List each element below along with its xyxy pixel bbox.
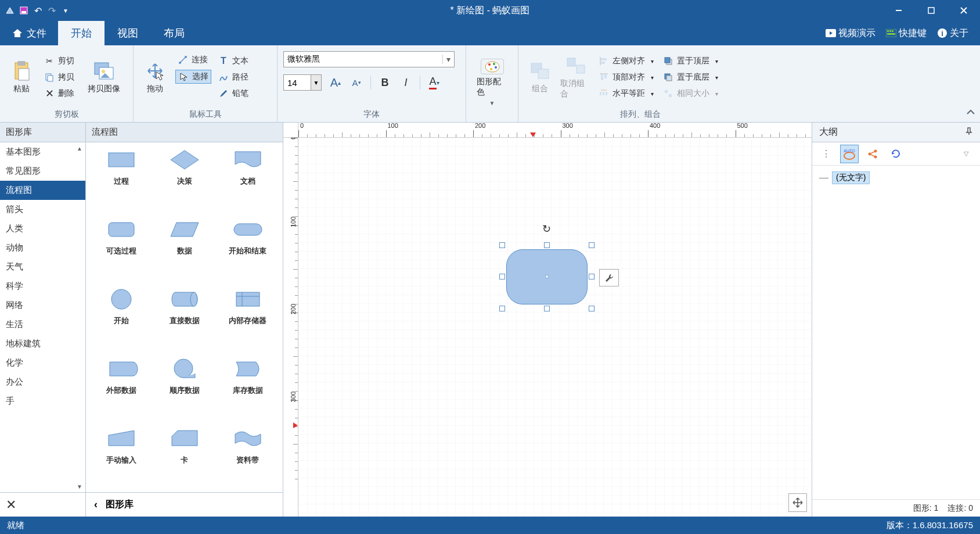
ruler-vertical[interactable]: 0100200300	[283, 138, 298, 517]
category-item[interactable]: 科学	[0, 277, 85, 296]
font-size-combo[interactable]: 14	[283, 74, 311, 91]
connect-button[interactable]: 连接	[175, 53, 211, 66]
resize-handle-tr[interactable]	[589, 242, 595, 248]
scroll-up-icon[interactable]: ▲	[75, 144, 84, 153]
selected-shape[interactable]: ↻	[506, 249, 588, 304]
category-item[interactable]: 天气	[0, 257, 85, 277]
shortcut-link[interactable]: 快捷键	[886, 27, 927, 40]
category-item[interactable]: 箭头	[0, 200, 85, 219]
category-item[interactable]: 办公	[0, 372, 85, 392]
delete-button[interactable]: ✕删除	[42, 87, 77, 100]
resize-handle-br[interactable]	[589, 306, 595, 311]
shape-item[interactable]: 卡	[155, 427, 214, 486]
same-size-button[interactable]: 相同大小▾	[661, 87, 720, 100]
category-item[interactable]: 常见图形	[0, 162, 85, 181]
outline-menu-button[interactable]: ⋮	[817, 145, 835, 163]
close-panel-button[interactable]: ✕	[6, 497, 16, 513]
category-list[interactable]: ▲ ▼ 基本图形常见图形流程图箭头人类动物天气科学网络生活地标建筑化学办公手	[0, 142, 85, 492]
shape-item[interactable]: 可选过程	[92, 218, 150, 277]
align-left-button[interactable]: 左侧对齐▾	[596, 55, 656, 67]
resize-handle-bm[interactable]	[544, 306, 550, 311]
outline-options-button[interactable]: ▽	[957, 145, 975, 163]
rotate-handle[interactable]: ↻	[542, 223, 551, 235]
undo-icon[interactable]: ↶	[33, 5, 43, 16]
category-item[interactable]: 化学	[0, 353, 85, 372]
tree-item-label[interactable]: (无文字)	[832, 171, 870, 184]
shape-item[interactable]: 内部存储器	[218, 288, 277, 347]
text-button[interactable]: T文本	[216, 55, 251, 67]
category-item[interactable]: 网络	[0, 296, 85, 315]
category-item[interactable]: 生活	[0, 315, 85, 334]
copy-image-button[interactable]: 拷贝图像	[81, 53, 127, 101]
ruler-horizontal[interactable]: 0100200300400500	[298, 123, 812, 138]
tree-collapse-icon[interactable]: —	[819, 173, 828, 183]
scroll-down-icon[interactable]: ▼	[75, 482, 84, 491]
category-item[interactable]: 人类	[0, 219, 85, 238]
distribute-h-button[interactable]: 水平等距▾	[596, 87, 656, 100]
shape-item[interactable]: 开始	[92, 288, 150, 347]
shapes-footer[interactable]: ‹ 图形库	[86, 492, 283, 517]
bold-button[interactable]: B	[378, 76, 392, 89]
shape-item[interactable]: 外部数据	[92, 357, 150, 417]
shape-color-button[interactable]: 图形配色 ▼	[477, 59, 508, 106]
resize-handle-bl[interactable]	[499, 306, 505, 311]
canvas-pan-button[interactable]	[788, 493, 807, 512]
shape-item[interactable]: 资料带	[218, 427, 277, 486]
resize-handle-tm[interactable]	[544, 242, 550, 248]
font-increase-button[interactable]: A▴	[329, 76, 343, 89]
close-button[interactable]	[947, 0, 980, 21]
font-color-button[interactable]: A ▾	[427, 76, 441, 89]
paste-button[interactable]: 粘贴	[6, 53, 37, 101]
shape-item[interactable]: 顺序数据	[155, 357, 214, 417]
shape-item[interactable]: 决策	[155, 148, 214, 207]
shape-item[interactable]: 数据	[155, 218, 214, 277]
resize-handle-mr[interactable]	[589, 274, 595, 279]
shape-item[interactable]: 文档	[218, 148, 277, 207]
pencil-button[interactable]: 铅笔	[216, 87, 251, 100]
canvas[interactable]: ↻	[298, 138, 812, 517]
shape-settings-button[interactable]	[599, 269, 619, 286]
video-demo-link[interactable]: 视频演示	[826, 27, 875, 40]
about-link[interactable]: i 关于	[937, 27, 968, 40]
save-icon[interactable]	[19, 5, 29, 16]
group-button[interactable]: 组合	[524, 53, 556, 101]
pin-icon[interactable]	[965, 127, 973, 138]
path-button[interactable]: 路径	[216, 71, 251, 84]
shape-item[interactable]: 过程	[92, 148, 150, 207]
maximize-button[interactable]	[915, 0, 947, 21]
cut-button[interactable]: ✂剪切	[42, 55, 77, 67]
italic-button[interactable]: I	[399, 76, 413, 89]
redo-icon[interactable]: ↷	[46, 5, 57, 16]
shapes-grid[interactable]: 过程决策文档可选过程数据开始和结束开始直接数据内部存储器外部数据顺序数据库存数据…	[86, 142, 283, 492]
send-back-button[interactable]: 置于底层▾	[661, 71, 720, 84]
shape-item[interactable]: 库存数据	[218, 357, 277, 417]
outline-refresh-button[interactable]	[887, 145, 905, 163]
font-family-combo[interactable]: 微软雅黑 ▾	[283, 51, 455, 67]
outline-tree[interactable]: — (无文字)	[812, 166, 980, 499]
font-decrease-button[interactable]: A▾	[350, 76, 363, 89]
shape-item[interactable]: 直接数据	[155, 288, 214, 347]
outline-auto-button[interactable]: AUTO	[840, 145, 859, 163]
shape-item[interactable]: 开始和结束	[218, 218, 277, 277]
minimize-button[interactable]	[882, 0, 915, 21]
resize-handle-tl[interactable]	[499, 242, 505, 248]
category-item[interactable]: 流程图	[0, 181, 85, 200]
chevron-left-icon[interactable]: ‹	[94, 499, 98, 511]
align-top-button[interactable]: 顶部对齐▾	[596, 71, 656, 84]
drag-button[interactable]: 拖动	[139, 53, 171, 101]
shape-item[interactable]: 手动输入	[92, 427, 150, 486]
outline-share-button[interactable]	[863, 145, 882, 163]
qat-dropdown-icon[interactable]: ▼	[60, 5, 71, 16]
bring-front-button[interactable]: 置于顶层▾	[661, 55, 720, 67]
tab-view[interactable]: 视图	[105, 21, 151, 45]
tab-layout[interactable]: 布局	[151, 21, 197, 45]
select-button[interactable]: 选择	[175, 70, 211, 84]
category-item[interactable]: 基本图形	[0, 142, 85, 162]
category-item[interactable]: 地标建筑	[0, 334, 85, 353]
ribbon-collapse-button[interactable]	[966, 108, 978, 120]
resize-handle-ml[interactable]	[499, 274, 505, 279]
tree-item[interactable]: — (无文字)	[817, 170, 975, 185]
category-item[interactable]: 手	[0, 392, 85, 411]
file-menu[interactable]: 文件	[0, 21, 58, 45]
copy-button[interactable]: 拷贝	[42, 71, 77, 84]
